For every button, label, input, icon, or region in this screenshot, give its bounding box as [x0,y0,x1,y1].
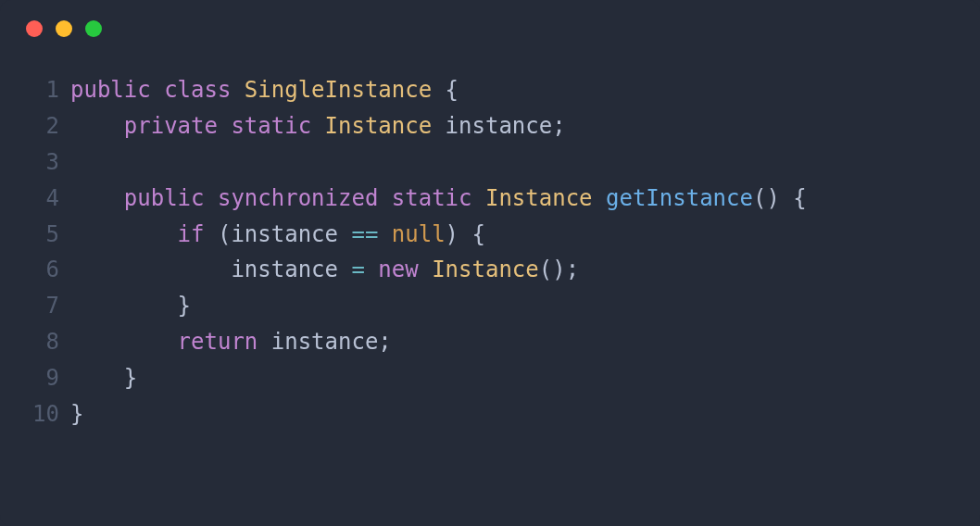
line-number: 4 [19,181,59,217]
code-content: } [70,360,137,396]
line-number: 9 [19,360,59,396]
line-number: 7 [19,288,59,324]
code-content: } [70,396,83,432]
code-line: 9 } [19,360,961,396]
code-line: 6 instance = new Instance(); [19,252,961,288]
code-line: 5 if (instance == null) { [19,217,961,253]
code-line: 3 [19,144,961,181]
line-number: 2 [19,108,59,144]
line-number: 6 [19,252,59,288]
minimize-icon[interactable] [56,20,72,37]
line-number: 1 [19,72,59,108]
line-number: 10 [19,396,59,432]
titlebar [0,0,980,46]
code-content: } [70,288,191,324]
code-content: public class SingleInstance { [70,72,459,108]
code-content: public synchronized static Instance getI… [70,181,807,217]
line-number: 8 [19,324,59,360]
code-content: return instance; [70,324,392,360]
code-line: 2 private static Instance instance; [19,108,961,144]
code-content: instance = new Instance(); [70,252,579,288]
code-content: if (instance == null) { [70,217,485,253]
code-line: 1public class SingleInstance { [19,72,961,108]
code-line: 4 public synchronized static Instance ge… [19,181,961,217]
code-window: 1public class SingleInstance {2 private … [0,0,980,526]
code-content: private static Instance instance; [70,108,566,144]
maximize-icon[interactable] [85,20,102,37]
line-number: 5 [19,217,59,253]
code-editor[interactable]: 1public class SingleInstance {2 private … [0,46,980,451]
close-icon[interactable] [26,20,43,37]
code-line: 10} [19,396,961,432]
code-line: 8 return instance; [19,324,961,360]
line-number: 3 [19,144,59,181]
code-line: 7 } [19,288,961,324]
